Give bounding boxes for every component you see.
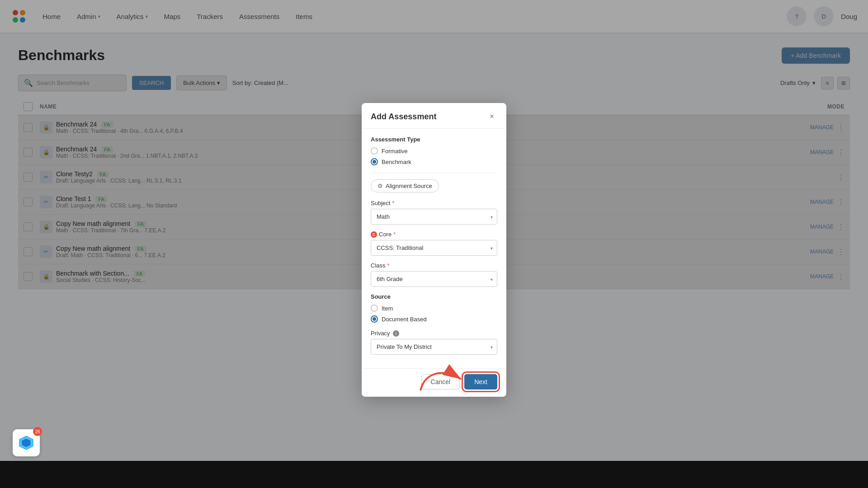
benchmark-radio-circle	[371, 158, 378, 165]
subject-field: Subject * Math ▾	[371, 200, 497, 225]
cancel-button[interactable]: Cancel	[421, 374, 460, 389]
privacy-info-icon[interactable]: i	[393, 330, 399, 337]
class-label: Class *	[371, 262, 497, 269]
core-icon: C	[371, 231, 377, 238]
modal-title: Add Assessment	[371, 112, 436, 122]
formative-radio-circle	[371, 147, 378, 155]
modal-body: Assessment Type Formative Benchmark ⚙ Al…	[362, 129, 506, 368]
gear-icon: ⚙	[377, 183, 383, 189]
add-assessment-modal: Add Assessment × Assessment Type Formati…	[362, 103, 506, 397]
privacy-select[interactable]: Private To My District Public Private	[371, 339, 497, 355]
core-label: C Core *	[371, 231, 497, 238]
class-required-star: *	[387, 262, 390, 269]
assessment-type-radio-group: Formative Benchmark	[371, 147, 497, 165]
class-select[interactable]: 6th Grade	[371, 271, 497, 287]
subject-required-star: *	[392, 200, 394, 206]
benchmark-label: Benchmark	[382, 159, 411, 165]
assessment-type-label: Assessment Type	[371, 136, 497, 143]
logo-badge-inner: 26	[13, 429, 40, 456]
source-radio-group: Item Document Based	[371, 305, 497, 323]
item-label: Item	[382, 305, 393, 312]
core-required-star: *	[393, 231, 396, 238]
item-radio-circle	[371, 305, 378, 312]
source-label: Source	[371, 293, 497, 300]
core-select-wrapper: CCSS: Traditional ▾	[371, 240, 497, 256]
benchmark-radio[interactable]: Benchmark	[371, 158, 497, 165]
notification-badge: 26	[33, 427, 42, 436]
logo-badge[interactable]: 26	[13, 429, 40, 456]
document-based-radio-circle	[371, 315, 378, 323]
formative-radio[interactable]: Formative	[371, 147, 497, 155]
source-field: Source Item Document Based	[371, 293, 497, 323]
document-based-radio[interactable]: Document Based	[371, 315, 497, 323]
core-field: C Core * CCSS: Traditional ▾	[371, 231, 497, 256]
modal-footer: Cancel Next	[362, 368, 506, 397]
class-field: Class * 6th Grade ▾	[371, 262, 497, 287]
subject-label: Subject *	[371, 200, 497, 206]
item-radio[interactable]: Item	[371, 305, 497, 312]
core-select[interactable]: CCSS: Traditional	[371, 240, 497, 256]
next-button[interactable]: Next	[464, 374, 497, 389]
privacy-select-wrapper: Private To My District Public Private ▾	[371, 339, 497, 355]
document-based-label: Document Based	[382, 316, 427, 323]
privacy-field: Privacy i Private To My District Public …	[371, 330, 497, 355]
class-select-wrapper: 6th Grade ▾	[371, 271, 497, 287]
modal-header: Add Assessment ×	[362, 103, 506, 129]
subject-select[interactable]: Math	[371, 209, 497, 225]
subject-select-wrapper: Math ▾	[371, 209, 497, 225]
privacy-label: Privacy i	[371, 330, 497, 337]
divider-1	[371, 173, 497, 173]
alignment-source-button[interactable]: ⚙ Alignment Source	[371, 179, 439, 192]
modal-close-button[interactable]: ×	[486, 111, 497, 122]
formative-label: Formative	[382, 148, 408, 155]
